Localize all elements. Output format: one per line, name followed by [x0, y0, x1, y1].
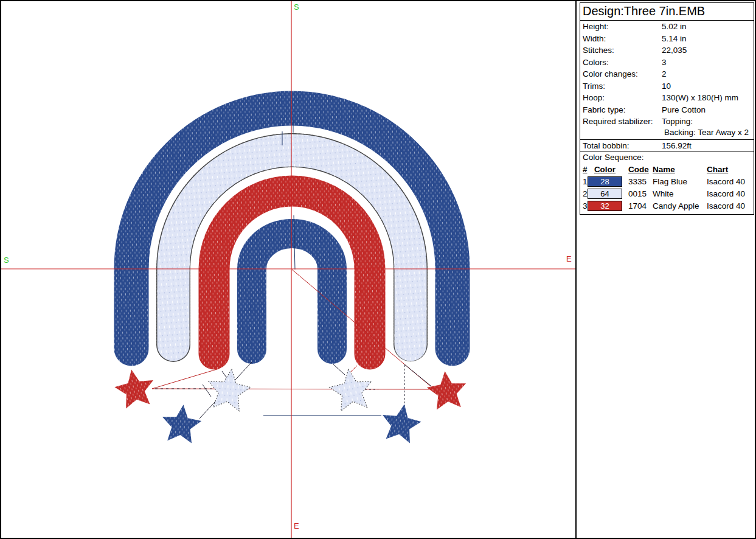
stars[interactable]	[112, 366, 468, 445]
row-chart: Isacord 40	[707, 200, 745, 212]
header-name: Name	[653, 164, 675, 176]
color-sequence-title: Color Sequence:	[580, 151, 754, 164]
color-swatch-candy-apple[interactable]: 32	[588, 201, 622, 211]
stat-label: Fabric type:	[583, 105, 626, 114]
row-chart: Isacord 40	[707, 188, 745, 200]
stat-fabric-type: Fabric type: Pure Cotton	[580, 104, 754, 116]
color-sequence-row[interactable]: 2. 64 0015 White Isacord 40	[580, 188, 754, 200]
row-code: 1704	[628, 200, 647, 212]
stat-stitches: Stitches: 22,035	[580, 44, 754, 57]
rainbow-arcs[interactable]	[131, 108, 453, 354]
star-red-right	[425, 369, 468, 411]
stat-value: 10	[662, 80, 671, 92]
star-blue-right	[378, 401, 423, 445]
stat-label: Trims:	[583, 82, 605, 91]
stat-hoop: Hoop: 130(W) x 180(H) mm	[580, 92, 754, 104]
header-color: Color	[588, 164, 622, 176]
stat-color-changes: Color changes: 2	[580, 68, 754, 80]
design-info-box: Design:Three 7in.EMB Height: 5.02 in Wid…	[580, 2, 754, 152]
end-marker-right: E	[566, 255, 572, 263]
star-red-left	[112, 366, 157, 410]
stat-value: 5.02 in	[662, 21, 687, 33]
stat-colors: Colors: 3	[580, 57, 754, 69]
header-code: Code	[628, 164, 649, 176]
row-chart: Isacord 40	[707, 176, 745, 188]
color-swatch-white[interactable]: 64	[588, 189, 622, 199]
row-code: 3335	[628, 176, 647, 188]
stat-value: 22,035	[662, 44, 687, 57]
stat-label: Total bobbin:	[583, 141, 629, 150]
design-title: Design:Three 7in.EMB	[580, 3, 754, 21]
color-sequence-row[interactable]: 1. 28 3335 Flag Blue Isacord 40	[580, 176, 754, 188]
stat-total-bobbin: Total bobbin: 156.92ft	[580, 139, 754, 152]
row-code: 0015	[628, 188, 647, 200]
end-marker-bottom: E	[294, 522, 299, 530]
color-sequence-row[interactable]: 3. 32 1704 Candy Apple Isacord 40	[580, 200, 754, 212]
row-name: White	[653, 188, 674, 200]
stat-value: 3	[662, 57, 667, 69]
stat-value-line2: Backing: Tear Away x 2	[664, 128, 756, 139]
color-swatch-flag-blue[interactable]: 28	[588, 176, 622, 187]
embroidery-app-window: S S E E Design:Three 7in.EMB Height: 5.0…	[0, 0, 756, 539]
stat-height: Height: 5.02 in	[580, 21, 754, 33]
color-sequence-header: # Color Code Name Chart	[580, 164, 754, 176]
stat-value: 2	[662, 68, 667, 80]
design-canvas[interactable]: S S E E	[1, 1, 575, 538]
start-marker-top: S	[294, 3, 299, 11]
stat-label: Hoop:	[583, 93, 605, 102]
row-name: Candy Apple	[653, 200, 699, 212]
arc-inner-blue	[252, 234, 332, 349]
header-num: #	[583, 164, 588, 176]
stat-label: Width:	[583, 34, 606, 43]
start-marker-left: S	[4, 256, 9, 264]
stat-value: Topping:	[662, 116, 693, 128]
stat-width: Width: 5.14 in	[580, 33, 754, 45]
stat-label: Stitches:	[583, 46, 614, 55]
stat-value: 5.14 in	[662, 33, 687, 45]
stat-label: Required stabilizer:	[583, 117, 653, 126]
stat-value: 156.92ft	[662, 140, 692, 152]
embroidery-design[interactable]	[1, 1, 575, 538]
stat-required-stabilizer: Required stabilizer: Topping: Backing: T…	[580, 116, 754, 139]
stat-label: Height:	[583, 22, 609, 31]
stat-trims: Trims: 10	[580, 80, 754, 92]
header-chart: Chart	[707, 164, 728, 176]
color-sequence-box: Color Sequence: # Color Code Name Chart …	[580, 151, 754, 215]
star-blue-left	[160, 403, 203, 444]
stat-label: Colors:	[583, 58, 609, 67]
stat-value: Pure Cotton	[662, 104, 706, 116]
stat-label: Color changes:	[583, 69, 638, 78]
design-info-panel: Design:Three 7in.EMB Height: 5.02 in Wid…	[575, 1, 755, 538]
row-name: Flag Blue	[653, 176, 687, 188]
crosshair-axes	[1, 1, 575, 538]
stat-value: 130(W) x 180(H) mm	[662, 92, 738, 104]
